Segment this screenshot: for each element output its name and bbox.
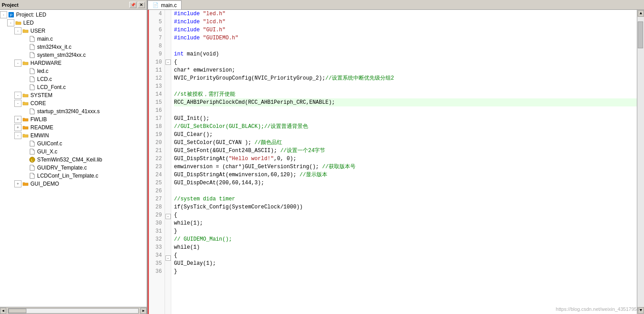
code-line-8[interactable] (174, 42, 637, 50)
project-icon: P (8, 12, 15, 18)
tree-item-project-led[interactable]: -PProject: LED (0, 11, 147, 19)
sidebar-close-button[interactable]: ✕ (138, 2, 145, 8)
tree-item-main-c[interactable]: main.c (0, 35, 147, 43)
line-number-7: 7 (151, 34, 162, 42)
tree-item-startup[interactable]: startup_stm32f40_41xxx.s (0, 107, 147, 115)
tree-label-led-root: LED (23, 20, 34, 26)
code-line-17[interactable]: GUI_Init(); (174, 115, 637, 123)
tree-item-guiconf[interactable]: GUIConf.c (0, 140, 147, 148)
collapse-line-12 (165, 76, 171, 84)
vscroll-up[interactable]: ▲ (638, 10, 644, 17)
tree-item-system[interactable]: -SYSTEM (0, 91, 147, 99)
tree-expander-hardware[interactable]: - (14, 59, 21, 67)
tree-item-hardware[interactable]: -HARDWARE (0, 59, 147, 67)
collapse-button-10[interactable]: − (165, 59, 171, 65)
tree-item-lcd-c[interactable]: LCD.c (0, 75, 147, 83)
sidebar-scrollbar[interactable]: ◀ ▶ (0, 307, 147, 314)
line-number-24: 24 (151, 171, 162, 179)
scrollbar-left[interactable]: ◀ (0, 308, 6, 314)
tree-expander-core[interactable]: - (14, 100, 21, 107)
tree-expander-emwin[interactable]: - (14, 132, 21, 139)
tree-item-fwlib[interactable]: +FWLIB (0, 115, 147, 123)
code-line-22[interactable]: GUI_DispStringAt("Hello world!",0, 0); (174, 155, 637, 163)
line-number-20: 20 (151, 139, 162, 147)
code-lines[interactable]: #include "led.h"#include "lcd.h"#include… (171, 10, 637, 314)
code-area[interactable]: 4567891011121314151617181920212223242526… (149, 10, 637, 314)
tree-item-lcdconf[interactable]: LCDConf_Lin_Template.c (0, 172, 147, 180)
tree-item-emwin[interactable]: -EMWIN (0, 132, 147, 140)
code-line-9[interactable]: int main(void) (174, 50, 637, 58)
code-line-7[interactable]: #include "GUIDEMO.h" (174, 34, 637, 42)
file-icon (29, 36, 36, 42)
editor-vscroll[interactable]: ▲ ▼ (637, 10, 644, 314)
code-line-34[interactable]: { (174, 251, 637, 259)
code-line-31[interactable]: } (174, 227, 637, 235)
code-line-20[interactable]: GUI_SetColor(GUI_CYAN ); //颜色品红 (174, 139, 637, 147)
tree-item-led-c[interactable]: led.c (0, 67, 147, 75)
tree-item-user[interactable]: -USER (0, 27, 147, 35)
tree-expander-project-led[interactable]: - (0, 11, 7, 18)
tree-item-gui-x[interactable]: GUI_X.c (0, 148, 147, 156)
code-line-12[interactable]: NVIC_PriorityGroupConfig(NVIC_PriorityGr… (174, 74, 637, 82)
tree-item-guidrv[interactable]: GUIDRV_Template.c (0, 164, 147, 172)
code-line-15[interactable]: RCC_AHB1PeriphClockCmd(RCC_AHB1Periph_CR… (174, 98, 637, 106)
code-line-23[interactable]: emwinversion = (char*)GUI_GetVersionStri… (174, 163, 637, 171)
line-number-19: 19 (151, 131, 162, 139)
tree-item-stm32f4xx-it[interactable]: stm32f4xx_it.c (0, 43, 147, 51)
tree-item-stemwin[interactable]: LSTemWin532_CM4_Keil.lib (0, 156, 147, 164)
line-number-31: 31 (151, 227, 162, 235)
code-line-33[interactable]: while(1) (174, 243, 637, 251)
code-line-16[interactable] (174, 106, 637, 115)
svg-text:L: L (31, 158, 34, 162)
code-line-10[interactable]: { (174, 58, 637, 66)
code-line-26[interactable] (174, 187, 637, 195)
sidebar-pin-button[interactable]: 📌 (129, 2, 136, 8)
code-line-21[interactable]: GUI_SetFont(&GUI_Font24B_ASCII); //设置一个2… (174, 147, 637, 155)
scrollbar-right[interactable]: ▶ (140, 308, 147, 314)
code-line-35[interactable]: GUI_Delay(1); (174, 259, 637, 267)
tree-item-gui-demo[interactable]: +GUI_DEMO (0, 180, 147, 188)
code-line-6[interactable]: #include "GUI.h" (174, 26, 637, 34)
vscroll-thumb[interactable] (638, 21, 643, 48)
collapse-line-17 (165, 116, 171, 124)
sidebar-header: Project 📌 ✕ (0, 0, 147, 10)
code-line-30[interactable]: while(1); (174, 219, 637, 227)
tree-expander-led-root[interactable]: - (7, 19, 14, 26)
code-line-29[interactable]: { (174, 211, 637, 219)
code-line-36[interactable]: } (174, 267, 637, 276)
tree-item-system-stm[interactable]: system_stm32f4xx.c (0, 51, 147, 59)
tree-expander-system[interactable]: - (14, 92, 21, 99)
code-line-14[interactable]: //st被授权，需打开使能 (174, 90, 637, 98)
collapse-line-11 (165, 68, 171, 76)
tab-main-c[interactable]: 📄 main.c (148, 0, 182, 9)
tree-expander-fwlib[interactable]: + (14, 116, 21, 123)
scrollbar-thumb[interactable] (8, 309, 26, 313)
collapse-button-34[interactable]: − (165, 255, 171, 261)
line-number-23: 23 (151, 163, 162, 171)
tree-label-lcdconf: LCDConf_Lin_Template.c (37, 173, 98, 179)
vscroll-track[interactable] (637, 17, 644, 307)
tree-item-led-root[interactable]: -LED (0, 19, 147, 27)
code-line-19[interactable]: GUI_Clear(); (174, 131, 637, 139)
tree-item-lcd-font[interactable]: LCD_Font.c (0, 83, 147, 91)
code-line-32[interactable]: // GUIDEMO_Main(); (174, 235, 637, 243)
code-line-4[interactable]: #include "led.h" (174, 10, 637, 18)
tree-expander-readme[interactable]: + (14, 124, 21, 131)
code-line-11[interactable]: char* emwinversion; (174, 66, 637, 74)
code-line-13[interactable] (174, 82, 637, 90)
tree-label-stm32f4xx-it: stm32f4xx_it.c (37, 44, 72, 50)
code-line-24[interactable]: GUI_DispStringAt(emwinversion,60,120); /… (174, 171, 637, 179)
tree-item-core[interactable]: -CORE (0, 99, 147, 107)
code-line-28[interactable]: if(SysTick_Config(SystemCoreClock/1000)) (174, 203, 637, 211)
tree-item-readme[interactable]: +README (0, 123, 147, 132)
tree-expander-gui-demo[interactable]: + (14, 180, 21, 187)
tree-expander-user[interactable]: - (14, 27, 21, 34)
scrollbar-track[interactable] (8, 308, 139, 314)
code-line-25[interactable]: GUI_DispDecAt(200,60,144,3); (174, 179, 637, 187)
collapse-button-29[interactable]: − (165, 214, 171, 219)
code-line-18[interactable]: //GUI_SetBkColor(GUI_BLACK);//设置普通背景色 (174, 123, 637, 131)
line-number-4: 4 (151, 10, 162, 18)
code-line-27[interactable]: //system dida timer (174, 195, 637, 203)
code-line-5[interactable]: #include "lcd.h" (174, 18, 637, 26)
tree-label-project-led: Project: LED (16, 12, 46, 18)
